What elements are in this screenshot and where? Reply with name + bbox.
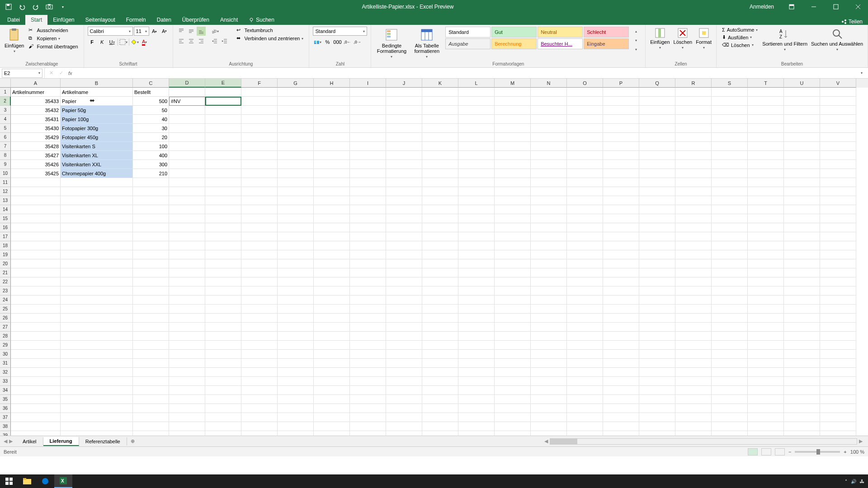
cell-E8[interactable]: [205, 151, 241, 160]
comma-button[interactable]: 000: [333, 38, 342, 47]
styles-scroll-down[interactable]: ▾: [632, 36, 641, 45]
cell-I22[interactable]: [350, 277, 386, 286]
cell-B19[interactable]: [61, 250, 133, 259]
decrease-decimal-button[interactable]: ,0→: [353, 38, 362, 47]
cell-O12[interactable]: [567, 187, 603, 196]
cell-T3[interactable]: [748, 106, 784, 115]
col-header-R[interactable]: R: [675, 79, 712, 88]
cell-O31[interactable]: [567, 359, 603, 368]
cell-B18[interactable]: [61, 241, 133, 250]
cell-S19[interactable]: [712, 250, 748, 259]
cell-P13[interactable]: [603, 196, 639, 205]
cell-F17[interactable]: [241, 232, 278, 241]
cell-U20[interactable]: [784, 259, 820, 268]
cell-C9[interactable]: 300: [133, 160, 169, 169]
cell-S31[interactable]: [712, 359, 748, 368]
cell-K19[interactable]: [422, 250, 458, 259]
row-header-6[interactable]: 6: [0, 133, 11, 142]
cell-N8[interactable]: [531, 151, 567, 160]
cell-R23[interactable]: [675, 286, 712, 296]
col-header-D[interactable]: D: [169, 79, 205, 88]
cell-O25[interactable]: [567, 305, 603, 314]
cell-N18[interactable]: [531, 241, 567, 250]
cell-H20[interactable]: [314, 259, 350, 268]
cell-I27[interactable]: [350, 323, 386, 332]
cell-N29[interactable]: [531, 341, 567, 350]
cell-R19[interactable]: [675, 250, 712, 259]
cell-U21[interactable]: [784, 268, 820, 277]
cell-T7[interactable]: [748, 142, 784, 151]
cell-G17[interactable]: [278, 232, 314, 241]
cell-U15[interactable]: [784, 214, 820, 223]
cell-F11[interactable]: [241, 178, 278, 187]
cell-J17[interactable]: [386, 232, 422, 241]
cell-M28[interactable]: [495, 332, 531, 341]
cell-K6[interactable]: [422, 133, 458, 142]
cell-F13[interactable]: [241, 196, 278, 205]
cell-O32[interactable]: [567, 368, 603, 377]
cell-H39[interactable]: [314, 431, 350, 436]
cell-B2[interactable]: Papier: [61, 97, 133, 106]
font-color-button[interactable]: A▾: [140, 38, 149, 47]
cell-H31[interactable]: [314, 359, 350, 368]
number-format-select[interactable]: Standard▾: [313, 27, 367, 36]
cell-A16[interactable]: [11, 223, 61, 232]
cell-L29[interactable]: [458, 341, 495, 350]
cell-P32[interactable]: [603, 368, 639, 377]
cell-D1[interactable]: [169, 88, 205, 97]
cell-V24[interactable]: [820, 296, 856, 305]
cell-C8[interactable]: 400: [133, 151, 169, 160]
font-size-select[interactable]: 11▾: [134, 27, 149, 36]
cell-Q2[interactable]: [639, 97, 675, 106]
cell-G34[interactable]: [278, 386, 314, 395]
cell-J10[interactable]: [386, 169, 422, 178]
cell-V22[interactable]: [820, 277, 856, 286]
cell-B31[interactable]: [61, 359, 133, 368]
cell-U22[interactable]: [784, 277, 820, 286]
cell-K15[interactable]: [422, 214, 458, 223]
cell-F39[interactable]: [241, 431, 278, 436]
row-header-25[interactable]: 25: [0, 305, 11, 314]
cell-E38[interactable]: [205, 422, 241, 431]
cell-B39[interactable]: [61, 431, 133, 436]
cell-U37[interactable]: [784, 413, 820, 422]
cell-S38[interactable]: [712, 422, 748, 431]
cell-E36[interactable]: [205, 404, 241, 413]
cell-G29[interactable]: [278, 341, 314, 350]
tab-ueberpruefen[interactable]: Überprüfen: [177, 15, 215, 25]
cell-V36[interactable]: [820, 404, 856, 413]
cell-T15[interactable]: [748, 214, 784, 223]
cell-N35[interactable]: [531, 395, 567, 404]
cell-D13[interactable]: [169, 196, 205, 205]
cell-G38[interactable]: [278, 422, 314, 431]
cell-L25[interactable]: [458, 305, 495, 314]
cell-K17[interactable]: [422, 232, 458, 241]
cell-R36[interactable]: [675, 404, 712, 413]
cell-N32[interactable]: [531, 368, 567, 377]
cell-I33[interactable]: [350, 377, 386, 386]
cell-U5[interactable]: [784, 124, 820, 133]
cell-N10[interactable]: [531, 169, 567, 178]
row-header-20[interactable]: 20: [0, 259, 11, 268]
cell-D11[interactable]: [169, 178, 205, 187]
row-header-18[interactable]: 18: [0, 241, 11, 250]
cell-A38[interactable]: [11, 422, 61, 431]
cell-O10[interactable]: [567, 169, 603, 178]
cell-H16[interactable]: [314, 223, 350, 232]
cell-S2[interactable]: [712, 97, 748, 106]
cell-E20[interactable]: [205, 259, 241, 268]
cell-H14[interactable]: [314, 205, 350, 214]
cell-L37[interactable]: [458, 413, 495, 422]
cell-Q5[interactable]: [639, 124, 675, 133]
sheet-nav-next[interactable]: ▶: [9, 438, 13, 444]
cell-A23[interactable]: [11, 286, 61, 296]
cell-M17[interactable]: [495, 232, 531, 241]
cell-J21[interactable]: [386, 268, 422, 277]
cell-S33[interactable]: [712, 377, 748, 386]
cell-S5[interactable]: [712, 124, 748, 133]
cell-Q35[interactable]: [639, 395, 675, 404]
cell-P29[interactable]: [603, 341, 639, 350]
cell-F10[interactable]: [241, 169, 278, 178]
cell-Q29[interactable]: [639, 341, 675, 350]
cell-H1[interactable]: [314, 88, 350, 97]
